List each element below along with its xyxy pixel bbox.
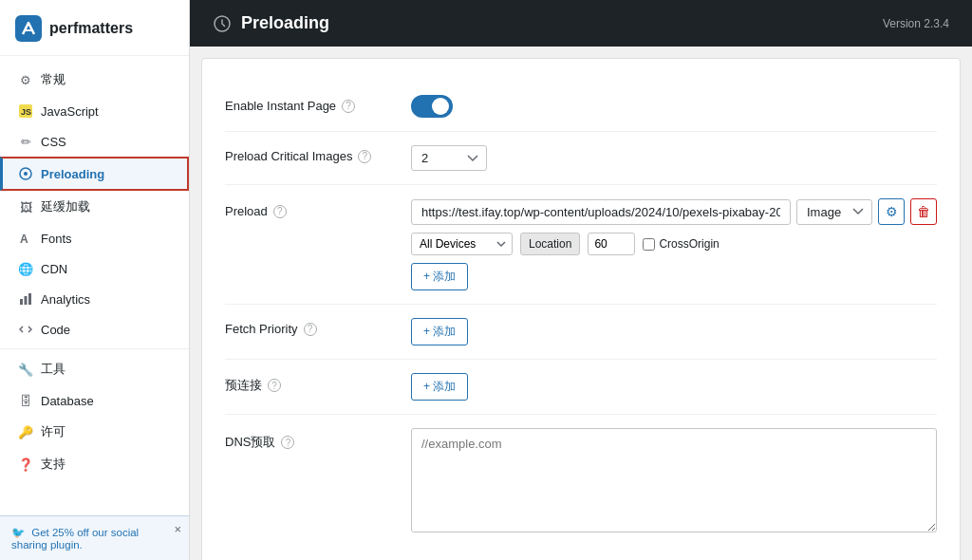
fetch-priority-label: Fetch Priority ? [225,318,396,336]
crossorigin-label[interactable]: CrossOrigin [643,237,719,251]
sidebar-logo-text: perfmatters [49,20,133,37]
preconnect-row: 预连接 ? + 添加 [225,360,937,415]
main-header: Preloading Version 2.3.4 [190,0,972,47]
sidebar-item-preloading[interactable]: Preloading [0,157,189,191]
svg-rect-8 [28,293,31,305]
enable-instant-page-label: Enable Instant Page ? [225,95,396,113]
sidebar-item-label: Fonts [41,232,72,246]
nav-divider [0,348,189,349]
analytics-icon [18,291,33,307]
sidebar-item-code[interactable]: Code [0,314,189,345]
dns-control [411,428,937,535]
close-promo-button[interactable]: × [174,522,181,536]
preload-location-button[interactable]: Location [520,233,580,255]
fetch-priority-control: + 添加 [411,318,937,345]
sidebar-item-label: 支持 [41,456,65,473]
sidebar-item-javascript[interactable]: JS JavaScript [0,96,189,126]
sidebar-item-label: 延缓加载 [41,198,90,215]
preconnect-add-button[interactable]: + 添加 [411,373,468,401]
preload-critical-images-help-icon[interactable]: ? [358,150,371,163]
svg-text:JS: JS [21,107,31,117]
preload-critical-images-control: 1 2 3 4 5 [411,145,937,171]
perfmatters-logo-icon [15,15,42,42]
preload-critical-images-select[interactable]: 1 2 3 4 5 [411,145,487,171]
preconnect-label: 预连接 ? [225,373,396,394]
preconnect-control: + 添加 [411,373,937,401]
preload-row: Preload ? Image Style Script Font ⚙ 🗑 [225,185,937,305]
svg-rect-6 [20,299,23,305]
code-icon [18,322,33,337]
sidebar-item-label: 许可 [41,423,65,440]
sidebar-item-label: CSS [41,135,66,149]
preload-location-input[interactable] [588,233,635,255]
database-icon: 🗄 [18,393,33,408]
enable-instant-page-control [411,95,937,118]
sidebar-promo: 🐦 Get 25% off our social sharing plugin.… [0,515,189,560]
enable-instant-page-toggle[interactable] [411,95,453,118]
sidebar-item-cdn[interactable]: 🌐 CDN [0,253,189,284]
fonts-icon: A [18,231,33,246]
preload-settings-button[interactable]: ⚙ [878,198,905,225]
sidebar-item-support[interactable]: ❓ 支持 [0,448,189,480]
preloading-header-icon [213,14,232,33]
sidebar-item-license[interactable]: 🔑 许可 [0,416,189,448]
sidebar-item-general[interactable]: ⚙ 常规 [0,64,189,96]
promo-icon: 🐦 [11,526,25,539]
crossorigin-checkbox[interactable] [643,238,655,251]
tools-icon: 🔧 [18,362,33,377]
enable-instant-page-row: Enable Instant Page ? [225,82,937,132]
sidebar-item-css[interactable]: ✏ CSS [0,126,189,157]
preload-control: Image Style Script Font ⚙ 🗑 All Devices … [411,198,937,290]
sidebar-item-analytics[interactable]: Analytics [0,284,189,314]
preload-critical-images-label: Preload Critical Images ? [225,145,396,163]
preload-delete-button[interactable]: 🗑 [910,198,937,225]
preload-add-button[interactable]: + 添加 [411,263,468,290]
general-icon: ⚙ [18,72,33,87]
sidebar-item-label: 工具 [41,361,65,378]
sidebar-item-label: Code [41,323,70,337]
sidebar-item-fonts[interactable]: A Fonts [0,223,189,253]
svg-text:A: A [20,233,28,245]
preconnect-help-icon[interactable]: ? [268,379,281,392]
preload-sub-row: All Devices Desktop Only Mobile Only Loc… [411,233,937,255]
sidebar-item-label: Preloading [41,167,104,181]
dns-help-icon[interactable]: ? [281,436,294,449]
preload-add-row: + 添加 [411,263,937,290]
sidebar-logo: perfmatters [0,0,189,56]
sidebar-item-label: Analytics [41,292,90,307]
settings-form: Enable Instant Page ? Preload Critical I… [201,58,961,560]
license-icon: 🔑 [18,424,33,439]
sidebar-item-label: CDN [41,262,67,276]
preload-url-input[interactable] [411,199,791,225]
sidebar-item-tools[interactable]: 🔧 工具 [0,353,189,385]
enable-instant-page-help-icon[interactable]: ? [342,100,355,113]
preloading-icon [18,166,33,181]
preload-label: Preload ? [225,198,396,218]
css-icon: ✏ [18,134,33,149]
svg-point-4 [24,172,28,176]
sidebar-nav: ⚙ 常规 JS JavaScript ✏ CSS Preloading 🖼 延缓… [0,56,189,515]
fetch-priority-help-icon[interactable]: ? [304,323,317,336]
support-icon: ❓ [18,457,33,472]
page-title: Preloading [241,13,329,33]
svg-rect-7 [25,296,28,305]
preload-type-select[interactable]: Image Style Script Font [796,199,872,225]
sidebar-item-label: JavaScript [41,104,99,119]
dns-row: DNS预取 ? [225,415,937,549]
preload-devices-select[interactable]: All Devices Desktop Only Mobile Only [411,233,513,255]
main-content-area: Preloading Version 2.3.4 Enable Instant … [190,0,972,560]
dns-textarea[interactable] [411,428,937,532]
sidebar-item-database[interactable]: 🗄 Database [0,385,189,416]
version-text: Version 2.3.4 [883,17,949,30]
fetch-priority-add-button[interactable]: + 添加 [411,318,468,345]
lazyload-icon: 🖼 [18,199,33,215]
sidebar-item-lazyload[interactable]: 🖼 延缓加载 [0,191,189,223]
sidebar: perfmatters ⚙ 常规 JS JavaScript ✏ CSS Pre… [0,0,190,560]
promo-text: Get 25% off our social sharing plugin. [11,527,139,551]
javascript-icon: JS [18,103,33,119]
preload-help-icon[interactable]: ? [273,205,287,218]
sidebar-item-label: Database [41,394,94,408]
header-left: Preloading [213,13,329,33]
sidebar-item-label: 常规 [41,71,65,88]
dns-label: DNS预取 ? [225,428,396,451]
